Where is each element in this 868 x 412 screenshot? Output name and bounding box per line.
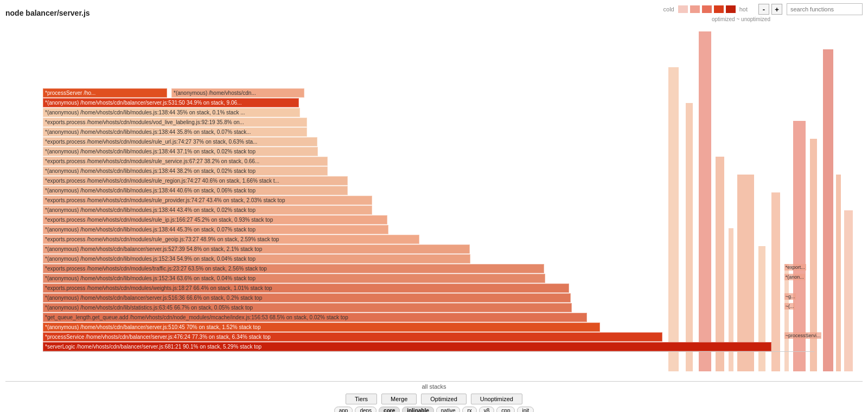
flame-bar[interactable]: *exports.process /home/vhosts/cdn/module… bbox=[43, 137, 317, 146]
legend-box-3 bbox=[702, 5, 712, 13]
tiers-button[interactable]: Tiers bbox=[346, 394, 377, 404]
legend-box-4 bbox=[714, 5, 724, 13]
search-input[interactable] bbox=[787, 3, 863, 15]
flame-bar[interactable]: *(anonymous) /home/vhosts/cdn/lib/module… bbox=[43, 127, 307, 137]
flame-bar[interactable]: *(anonymous) /home/vhosts/cdn/lib/module… bbox=[43, 225, 388, 234]
flame-bar[interactable]: *(anonymous) /home/vhosts/cdn/lib/module… bbox=[43, 108, 300, 117]
flame-bar[interactable]: *serverLogic /home/vhosts/cdn/balancer/s… bbox=[43, 342, 771, 351]
tag-v8[interactable]: v8 bbox=[479, 407, 495, 412]
tag-app[interactable]: app bbox=[334, 407, 353, 412]
flame-graph: *serverLogic /home/vhosts/cdn/balancer/s… bbox=[0, 23, 857, 381]
tag-rx[interactable]: rx bbox=[462, 407, 476, 412]
flame-bar[interactable]: *exports.process /home/vhosts/cdn/module… bbox=[43, 157, 328, 166]
tag-core[interactable]: core bbox=[379, 407, 400, 412]
flame-bar[interactable]: *exports.process /home/vhosts/cdn/module… bbox=[43, 264, 544, 273]
background-bar bbox=[771, 192, 780, 371]
right-label: ~(... bbox=[784, 303, 795, 310]
background-bar bbox=[668, 67, 679, 371]
flame-bar[interactable]: *(anonymous) /home/vhosts/cdn/balancer/s… bbox=[43, 98, 299, 107]
background-bar bbox=[716, 157, 724, 371]
all-stacks-bar bbox=[43, 351, 814, 361]
color-legend: cold hot - + bbox=[663, 3, 863, 15]
flame-bar[interactable]: *(anonymous) /home/vhosts/cdn/lib/module… bbox=[43, 166, 328, 176]
background-bar bbox=[836, 175, 841, 371]
right-label: ~processServi... bbox=[784, 332, 822, 339]
all-stacks-label: all stacks bbox=[5, 381, 863, 391]
flame-bar[interactable]: *exports.process /home/vhosts/cdn/module… bbox=[43, 235, 419, 244]
flame-bar[interactable]: *(anonymous) /home/vhosts/cdn... bbox=[171, 88, 304, 98]
legend-box-1 bbox=[678, 5, 688, 13]
tag-deps[interactable]: deps bbox=[355, 407, 376, 412]
background-bar bbox=[686, 103, 693, 371]
flame-bar[interactable]: *exports.process /home/vhosts/cdn/module… bbox=[43, 215, 387, 224]
right-label: *(anon... bbox=[784, 274, 805, 280]
right-label: ~g... bbox=[784, 293, 796, 300]
legend-box-5 bbox=[726, 5, 736, 13]
view-buttons: TiersMergeOptimizedUnoptimized bbox=[0, 394, 868, 404]
tag-inlinable[interactable]: inlinable bbox=[402, 407, 434, 412]
page-title: node balancer/server.js bbox=[5, 9, 90, 17]
flame-bar[interactable]: *exports.process /home/vhosts/cdn/module… bbox=[43, 118, 307, 127]
right-label: *export... bbox=[784, 264, 806, 271]
legend-cold-label: cold bbox=[663, 6, 674, 12]
tag-native[interactable]: native bbox=[436, 407, 461, 412]
flame-bar[interactable]: *get_queue_length.get_queue.add /home/vh… bbox=[43, 313, 587, 322]
flame-bar[interactable]: *(anonymous) /home/vhosts/cdn/lib/module… bbox=[43, 147, 318, 156]
flame-bar[interactable]: *(anonymous) /home/vhosts/cdn/lib/module… bbox=[43, 254, 470, 263]
legend-area: cold hot - + optimized ~ unoptimized bbox=[663, 3, 863, 22]
tag-cpp[interactable]: cpp bbox=[496, 407, 515, 412]
flame-bar[interactable]: *(anonymous) /home/vhosts/cdn/lib/module… bbox=[43, 274, 545, 283]
legend-subtitle: optimized ~ unoptimized bbox=[712, 16, 770, 22]
zoom-controls: - + bbox=[758, 4, 782, 15]
unoptimized-button[interactable]: Unoptimized bbox=[471, 394, 522, 404]
flame-bar[interactable]: *(anonymous) /home/vhosts/cdn/balancer/s… bbox=[43, 323, 600, 332]
background-bar bbox=[823, 49, 833, 371]
flame-bar[interactable]: *(anonymous) /home/vhosts/cdn/balancer/s… bbox=[43, 244, 470, 254]
flame-bar[interactable]: *exports.process /home/vhosts/cdn/module… bbox=[43, 284, 569, 293]
flame-bar[interactable]: *(anonymous) /home/vhosts/cdn/lib/module… bbox=[43, 205, 372, 215]
background-bar bbox=[844, 210, 853, 371]
zoom-in-button[interactable]: + bbox=[771, 4, 782, 15]
tag-init[interactable]: init bbox=[517, 407, 534, 412]
flame-bar[interactable]: *(anonymous) /home/vhosts/cdn/lib/module… bbox=[43, 186, 348, 195]
flame-bar[interactable]: *exports.process /home/vhosts/cdn/module… bbox=[43, 176, 348, 185]
flame-bar[interactable]: *exports.process /home/vhosts/cdn/module… bbox=[43, 196, 372, 205]
flame-bar[interactable]: *(anonymous) /home/vhosts/cdn/balancer/s… bbox=[43, 293, 571, 302]
zoom-out-button[interactable]: - bbox=[758, 4, 769, 15]
flame-bar[interactable]: *processServer /ho... bbox=[43, 88, 167, 98]
optimized-button[interactable]: Optimized bbox=[421, 394, 467, 404]
legend-box-2 bbox=[690, 5, 700, 13]
merge-button[interactable]: Merge bbox=[381, 394, 417, 404]
flame-bar[interactable]: *(anonymous) /home/vhosts/cdn/lib/statis… bbox=[43, 303, 572, 312]
flame-bar[interactable]: *processService /home/vhosts/cdn/balance… bbox=[43, 332, 662, 342]
background-bar bbox=[699, 31, 712, 371]
tag-buttons: appdepscoreinlinablenativerxv8cppinit bbox=[0, 407, 868, 412]
legend-hot-label: hot bbox=[739, 6, 748, 12]
